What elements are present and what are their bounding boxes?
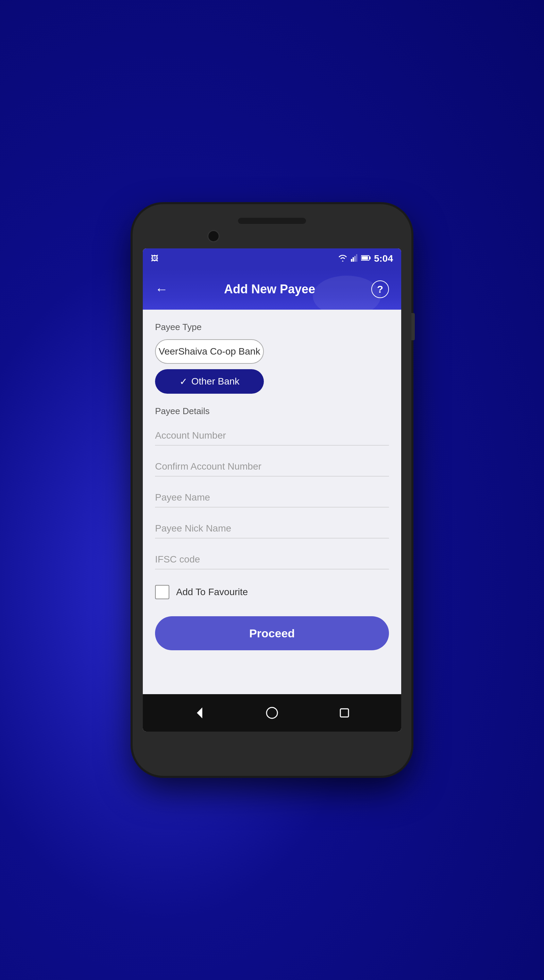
confirm-account-number-field bbox=[155, 458, 389, 476]
confirm-account-number-input[interactable] bbox=[155, 458, 389, 476]
status-time: 5:04 bbox=[374, 253, 393, 264]
svg-rect-9 bbox=[340, 709, 349, 717]
account-number-field bbox=[155, 427, 389, 445]
ifsc-field bbox=[155, 550, 389, 569]
phone-device: 🖼 bbox=[133, 204, 411, 776]
wifi-icon bbox=[338, 254, 347, 263]
favourite-row: Add To Favourite bbox=[155, 585, 389, 599]
phone-speaker bbox=[238, 218, 306, 224]
payee-name-input[interactable] bbox=[155, 488, 389, 508]
signal-icon bbox=[351, 254, 358, 263]
help-button[interactable]: ? bbox=[371, 280, 389, 298]
status-bar: 🖼 bbox=[143, 248, 401, 269]
veershaiva-label: VeerShaiva Co-op Bank bbox=[159, 346, 260, 357]
payee-type-label: Payee Type bbox=[155, 322, 389, 332]
status-right: 5:04 bbox=[338, 253, 393, 264]
svg-rect-0 bbox=[351, 259, 352, 262]
svg-rect-6 bbox=[370, 256, 371, 259]
other-bank-label: Other Bank bbox=[192, 376, 240, 387]
favourite-label: Add To Favourite bbox=[176, 587, 248, 598]
recents-nav-button[interactable] bbox=[338, 706, 351, 720]
svg-point-8 bbox=[266, 708, 278, 718]
home-nav-button[interactable] bbox=[265, 706, 279, 720]
favourite-checkbox[interactable] bbox=[155, 585, 169, 599]
battery-icon bbox=[361, 255, 371, 262]
notification-icon: 🖼 bbox=[151, 254, 159, 263]
ifsc-input[interactable] bbox=[155, 550, 389, 569]
svg-rect-5 bbox=[362, 256, 368, 259]
payee-type-options: VeerShaiva Co-op Bank ✓ Other Bank bbox=[155, 339, 389, 394]
app-header: ← Add New Payee ? bbox=[143, 269, 401, 310]
svg-marker-7 bbox=[197, 708, 202, 718]
back-nav-button[interactable] bbox=[193, 706, 206, 720]
veershaiva-option[interactable]: VeerShaiva Co-op Bank bbox=[155, 339, 264, 364]
phone-screen: 🖼 bbox=[143, 248, 401, 732]
payee-nickname-field bbox=[155, 520, 389, 538]
payee-nickname-input[interactable] bbox=[155, 520, 389, 538]
side-button bbox=[411, 313, 415, 340]
nav-bar bbox=[143, 694, 401, 732]
proceed-button[interactable]: Proceed bbox=[155, 616, 389, 650]
phone-camera bbox=[208, 230, 220, 242]
svg-rect-3 bbox=[356, 254, 357, 262]
svg-rect-2 bbox=[354, 256, 356, 262]
form-fields bbox=[155, 427, 389, 582]
back-button[interactable]: ← bbox=[155, 282, 168, 297]
payee-name-field bbox=[155, 488, 389, 508]
payee-details-label: Payee Details bbox=[155, 406, 389, 417]
check-icon: ✓ bbox=[179, 376, 187, 387]
svg-rect-1 bbox=[352, 257, 354, 262]
main-content: Payee Type VeerShaiva Co-op Bank ✓ Other… bbox=[143, 310, 401, 694]
account-number-input[interactable] bbox=[155, 427, 389, 445]
other-bank-option[interactable]: ✓ Other Bank bbox=[155, 369, 264, 394]
page-title: Add New Payee bbox=[224, 282, 315, 296]
status-left: 🖼 bbox=[151, 254, 159, 263]
